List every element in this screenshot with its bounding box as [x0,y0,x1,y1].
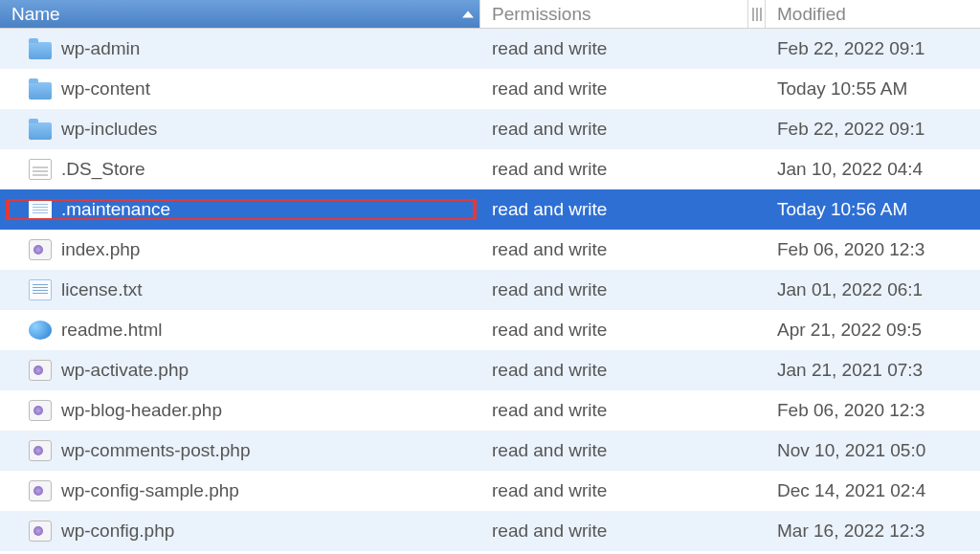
column-options-grip[interactable] [748,0,766,28]
cell-name: wp-blog-header.php [0,400,480,421]
cell-permissions: read and write [480,320,766,341]
php-icon [29,239,52,260]
cell-name: .maintenance [0,199,480,220]
cell-permissions: read and write [480,239,766,260]
cell-modified: Today 10:55 AM [766,78,980,100]
file-icon [29,159,52,180]
txt-icon [29,199,52,220]
cell-permissions: read and write [480,38,766,59]
sort-ascending-icon [462,11,474,17]
table-row[interactable]: wp-config-sample.phpread and writeDec 14… [0,471,980,511]
table-row[interactable]: wp-activate.phpread and writeJan 21, 202… [0,350,980,390]
file-name: wp-activate.php [61,360,189,381]
cell-permissions: read and write [480,159,766,180]
cell-permissions: read and write [480,199,766,220]
cell-modified: Jan 21, 2021 07:3 [766,360,980,381]
file-name: wp-includes [61,119,157,140]
file-name: wp-config-sample.php [61,480,239,501]
file-name: wp-config.php [61,521,174,542]
table-row[interactable]: wp-blog-header.phpread and writeFeb 06, … [0,390,980,431]
cell-modified: Dec 14, 2021 02:4 [766,480,980,501]
cell-name: wp-config.php [0,521,480,542]
php-icon [29,440,52,461]
cell-name: wp-includes [0,119,480,140]
cell-name: wp-admin [0,38,480,59]
folder-icon [29,42,52,59]
cell-modified: Jan 01, 2022 06:1 [766,279,980,300]
cell-permissions: read and write [480,480,766,501]
php-icon [29,480,52,501]
column-label: Modified [777,4,846,25]
file-name: index.php [61,239,140,260]
file-name: wp-comments-post.php [61,440,250,461]
folder-icon [29,82,52,100]
column-header-name[interactable]: Name [0,0,480,28]
column-header-modified[interactable]: Modified [766,0,980,28]
column-header-permissions[interactable]: Permissions [480,0,748,28]
table-row[interactable]: wp-includesread and writeFeb 22, 2022 09… [0,109,980,149]
file-name: wp-blog-header.php [61,400,222,421]
cell-name: wp-activate.php [0,360,480,381]
file-name: wp-content [61,78,150,100]
table-body: wp-adminread and writeFeb 22, 2022 09:1w… [0,29,980,551]
file-name: license.txt [61,279,142,300]
cell-permissions: read and write [480,440,766,461]
cell-modified: Jan 10, 2022 04:4 [766,159,980,180]
txt-icon [29,279,52,300]
grip-icon [752,8,762,21]
cell-modified: Feb 22, 2022 09:1 [766,119,980,140]
cell-modified: Mar 16, 2022 12:3 [766,521,980,542]
cell-modified: Feb 06, 2020 12:3 [766,239,980,260]
table-row[interactable]: wp-config.phpread and writeMar 16, 2022 … [0,511,980,551]
file-name: .DS_Store [61,159,145,180]
column-label: Permissions [492,4,590,25]
cell-name: readme.html [0,320,480,341]
file-name: .maintenance [61,199,170,220]
table-row[interactable]: wp-contentread and writeToday 10:55 AM [0,69,980,109]
cell-name: wp-config-sample.php [0,480,480,501]
table-row[interactable]: .DS_Storeread and writeJan 10, 2022 04:4 [0,149,980,189]
file-name: wp-admin [61,38,140,59]
php-icon [29,400,52,421]
table-row[interactable]: license.txtread and writeJan 01, 2022 06… [0,270,980,310]
cell-permissions: read and write [480,521,766,542]
cell-permissions: read and write [480,119,766,140]
file-name: readme.html [61,320,163,341]
cell-name: wp-comments-post.php [0,440,480,461]
cell-permissions: read and write [480,360,766,381]
cell-modified: Feb 06, 2020 12:3 [766,400,980,421]
table-row[interactable]: wp-comments-post.phpread and writeNov 10… [0,431,980,471]
table-row[interactable]: index.phpread and writeFeb 06, 2020 12:3 [0,230,980,270]
table-row[interactable]: .maintenanceread and writeToday 10:56 AM [0,189,980,230]
cell-name: .DS_Store [0,159,480,180]
cell-permissions: read and write [480,279,766,300]
cell-modified: Feb 22, 2022 09:1 [766,38,980,59]
cell-modified: Today 10:56 AM [766,199,980,220]
cell-name: license.txt [0,279,480,300]
table-row[interactable]: readme.htmlread and writeApr 21, 2022 09… [0,310,980,350]
cell-name: index.php [0,239,480,260]
php-icon [29,521,52,542]
cell-modified: Nov 10, 2021 05:0 [766,440,980,461]
php-icon [29,360,52,381]
cell-permissions: read and write [480,78,766,100]
column-label: Name [11,4,60,25]
file-list-table: Name Permissions Modified wp-adminread a… [0,0,980,551]
cell-modified: Apr 21, 2022 09:5 [766,320,980,341]
cell-name: wp-content [0,78,480,100]
cell-permissions: read and write [480,400,766,421]
html-icon [29,321,52,340]
table-header: Name Permissions Modified [0,0,980,29]
table-row[interactable]: wp-adminread and writeFeb 22, 2022 09:1 [0,29,980,69]
folder-icon [29,122,52,140]
